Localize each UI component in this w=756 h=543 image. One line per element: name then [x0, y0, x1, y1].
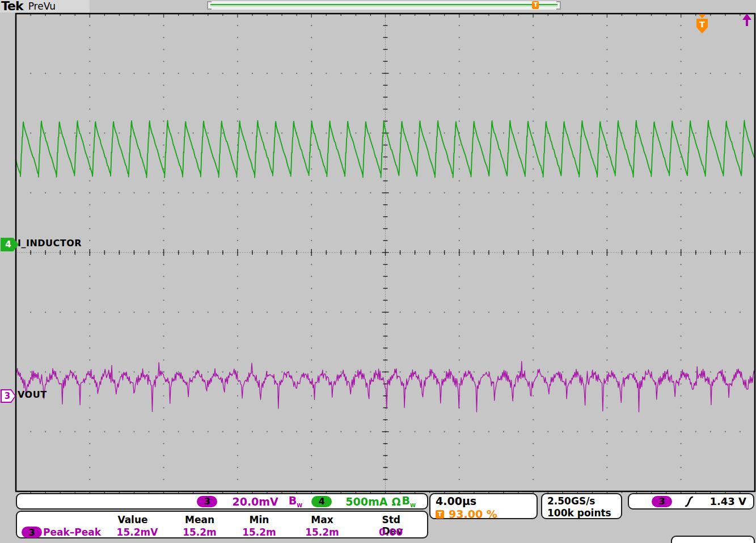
channel4-position-marker[interactable]: 4	[1, 238, 19, 251]
channel3-marker-number: 3	[2, 390, 15, 402]
meas-header-mean: Mean	[185, 514, 214, 525]
channel-readouts-box[interactable]: 3 20.0mV BW 4 500mA Ω BW	[16, 493, 428, 510]
trigger-position-flag-icon[interactable]: T	[696, 19, 708, 33]
oscilloscope-screen: Tek PreVu T T 4 I_INDUCTOR 3 VOUT 3 20.0…	[0, 0, 756, 543]
channel3-label: VOUT	[18, 389, 47, 400]
acquisition-status: PreVu	[28, 0, 56, 12]
trigger-position-readout: 93.00 %	[449, 508, 497, 520]
channel4-bandwidth-limit-icon: BW	[402, 494, 416, 508]
record-trigger-marker[interactable]: T	[532, 1, 539, 9]
record-length-readout: 100k points	[547, 507, 616, 519]
channel4-label: I_INDUCTOR	[18, 238, 82, 249]
meas-min: 15.2m	[242, 527, 276, 538]
record-waveform-line	[210, 4, 558, 5]
datetime-box	[671, 536, 755, 543]
measurements-box[interactable]: Value Mean Min Max Std Dev 3 Peak–Peak 1…	[16, 511, 428, 538]
channel3-position-marker[interactable]: 3	[1, 389, 16, 403]
acquisition-readout-box[interactable]: 2.50GS/s 100k points	[541, 493, 622, 519]
horizontal-readout-box[interactable]: 4.00µs T 93.00 %	[429, 493, 538, 519]
trigger-icon: T	[436, 510, 444, 519]
meas-value: 15.2mV	[117, 527, 158, 538]
channel3-bandwidth-limit-icon: BW	[289, 494, 302, 508]
trigger-level-readout: 1.43 V	[709, 495, 746, 507]
meas-header-max: Max	[311, 514, 333, 525]
sample-rate-readout: 2.50GS/s	[547, 495, 616, 507]
channel4-scale-readout[interactable]: 500mA	[345, 495, 387, 508]
record-view-bar[interactable]: T	[207, 1, 561, 10]
brand-tile: Tek PreVu	[0, 0, 90, 12]
trigger-source-badge: 3	[652, 496, 672, 507]
trigger-level-offscreen-arrow-stem	[746, 20, 748, 26]
channel3-scale-readout[interactable]: 20.0mV	[232, 495, 278, 508]
meas-stddev: 0.00	[379, 527, 403, 538]
meas-header-value: Value	[117, 514, 147, 525]
record-waveform-line-shadow	[210, 6, 558, 6]
channel4-badge[interactable]: 4	[311, 496, 332, 507]
graticule-and-waveforms	[0, 0, 756, 543]
meas-header-min: Min	[250, 514, 269, 525]
trigger-level-offscreen-arrow-icon	[742, 14, 751, 20]
trigger-position-arrow-icon[interactable]	[698, 14, 706, 18]
meas-source-badge: 3	[22, 527, 42, 538]
channel4-coupling-readout: Ω	[391, 495, 400, 508]
trigger-readout-box[interactable]: 3 1.43 V	[628, 493, 754, 510]
timebase-readout: 4.00µs	[436, 495, 531, 507]
tek-logo: Tek	[1, 0, 23, 12]
meas-name: Peak–Peak	[43, 527, 101, 538]
meas-mean: 15.2m	[183, 527, 217, 538]
rising-edge-icon	[685, 496, 694, 507]
meas-max: 15.2m	[305, 527, 339, 538]
channel3-badge[interactable]: 3	[197, 496, 217, 507]
channel4-marker-number: 4	[5, 239, 11, 250]
